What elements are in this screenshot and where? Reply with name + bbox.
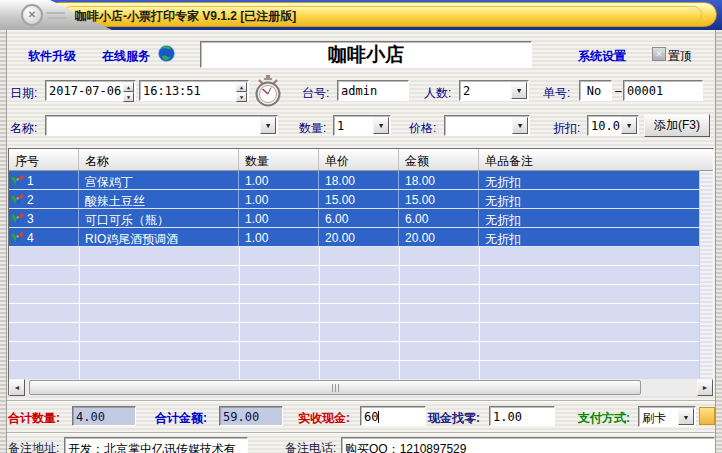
scroll-left-button[interactable]: ◄: [9, 379, 25, 396]
arrow-right-icon: ►: [702, 384, 709, 391]
system-settings-link[interactable]: 系统设置: [578, 48, 626, 65]
spin-down-icon[interactable]: ▼: [123, 92, 134, 102]
date-spinner[interactable]: ▲ ▼: [123, 82, 134, 99]
people-select[interactable]: 2 ▼: [459, 80, 529, 101]
scroll-thumb[interactable]: [29, 380, 641, 395]
chevron-down-icon[interactable]: ▼: [678, 408, 694, 425]
cell-note: 无折扣: [479, 209, 701, 227]
item-name-select[interactable]: ▼: [45, 115, 278, 136]
header-cell-no[interactable]: 序号: [9, 149, 79, 170]
qty-select[interactable]: 1 ▼: [333, 115, 391, 136]
row-check-icon: [11, 213, 24, 225]
order-no-prefix: No: [579, 80, 612, 101]
titlebar-decor-line: [48, 17, 67, 19]
people-label: 人数:: [424, 85, 451, 102]
globe-icon[interactable]: [158, 45, 175, 66]
change-label: 现金找零:: [428, 410, 480, 427]
spin-down-icon[interactable]: ▼: [236, 92, 247, 102]
thumb-grip-icon: [335, 384, 336, 392]
pin-checkbox-icon[interactable]: ✕: [652, 47, 666, 61]
cell-name: RIO鸡尾酒预调酒: [79, 228, 239, 246]
phone-label: 备注电话:: [285, 440, 336, 453]
item-row[interactable]: 1 宫保鸡丁 1.00 18.00 18.00 无折扣: [9, 171, 701, 190]
change-input[interactable]: 1.00: [489, 406, 555, 426]
cell-note: 无折扣: [479, 228, 701, 246]
row-check-icon: [11, 194, 24, 206]
horizontal-scrollbar[interactable]: ◄ ►: [9, 379, 713, 396]
cell-name: 宫保鸡丁: [79, 171, 239, 189]
add-button[interactable]: 添加(F3): [644, 114, 710, 137]
cell-qty: 1.00: [239, 190, 319, 208]
qty-value: 1: [337, 119, 344, 133]
cell-amount: 18.00: [399, 171, 479, 189]
spin-up-icon[interactable]: ▲: [123, 82, 134, 92]
close-button[interactable]: ✕: [21, 4, 43, 26]
table-no-label: 台号:: [302, 85, 329, 102]
people-value: 2: [463, 84, 470, 98]
table-no-input[interactable]: admin: [337, 80, 409, 101]
cell-no: 2: [9, 190, 79, 208]
spin-up-icon[interactable]: ▲: [236, 82, 247, 92]
close-icon: ✕: [28, 9, 36, 20]
arrow-left-icon: ◄: [14, 384, 21, 391]
scroll-right-button[interactable]: ►: [697, 379, 713, 396]
item-row[interactable]: 2 酸辣土豆丝 1.00 15.00 15.00 无折扣: [9, 190, 701, 209]
payment-label: 支付方式:: [578, 410, 630, 427]
online-service-link[interactable]: 在线服务: [102, 48, 150, 65]
price-select[interactable]: ▼: [444, 115, 530, 136]
cell-name: 可口可乐（瓶）: [79, 209, 239, 227]
date-input[interactable]: 2017-07-06 ▲ ▼: [45, 80, 136, 101]
header-cell-note[interactable]: 单品备注: [479, 149, 713, 170]
header-cell-price[interactable]: 单价: [319, 149, 399, 170]
divider: [7, 400, 715, 402]
header-cell-amount[interactable]: 金额: [399, 149, 479, 170]
chevron-down-icon[interactable]: ▼: [512, 117, 528, 134]
row-check-icon: [11, 175, 24, 187]
chevron-down-icon[interactable]: ▼: [621, 117, 637, 134]
divider: [7, 432, 715, 434]
cash-value: 60: [364, 410, 378, 424]
item-row[interactable]: 3 可口可乐（瓶） 1.00 6.00 6.00 无折扣: [9, 209, 701, 228]
cell-price: 18.00: [319, 171, 399, 189]
chevron-down-icon[interactable]: ▼: [511, 82, 527, 99]
cash-received-input[interactable]: 60: [360, 406, 426, 426]
total-amount-label: 合计金额:: [155, 410, 207, 427]
title-bar: ✕ 咖啡小店-小票打印专家 V9.1.2 [已注册版]: [0, 0, 722, 30]
items-table: 序号 名称 数量 单价 金额 单品备注 1 宫保鸡丁 1.00 18.00 18…: [8, 148, 714, 396]
cell-price: 15.00: [319, 190, 399, 208]
item-row[interactable]: 4 RIO鸡尾酒预调酒 1.00 20.00 20.00 无折扣: [9, 228, 701, 247]
payment-select[interactable]: 刷卡 ▼: [638, 406, 696, 427]
table-header-row: 序号 名称 数量 单价 金额 单品备注: [9, 149, 713, 171]
chevron-down-icon[interactable]: ▼: [260, 117, 276, 134]
titlebar-decor-line: [46, 12, 65, 14]
cell-no: 4: [9, 228, 79, 246]
software-upgrade-link[interactable]: 软件升级: [28, 48, 76, 65]
cell-qty: 1.00: [239, 228, 319, 246]
address-input[interactable]: 开发：北京掌中亿讯传媒技术有限公司: [64, 437, 248, 453]
order-no-input[interactable]: 00001: [623, 80, 703, 101]
chevron-down-icon[interactable]: ▼: [373, 117, 389, 134]
order-no-label: 单号:: [543, 85, 570, 102]
misc-yellow-button[interactable]: [699, 407, 715, 425]
cell-qty: 1.00: [239, 209, 319, 227]
time-input[interactable]: 16:13:51 ▲ ▼: [139, 80, 249, 101]
header-cell-name[interactable]: 名称: [79, 149, 239, 170]
discount-select[interactable]: 10.0 ▼: [587, 115, 639, 136]
cell-price: 20.00: [319, 228, 399, 246]
cell-amount: 6.00: [399, 209, 479, 227]
shop-name-input[interactable]: 咖啡小店: [200, 41, 532, 68]
phone-input[interactable]: 购买QQ：1210897529: [341, 437, 715, 453]
stopwatch-icon[interactable]: [253, 75, 283, 111]
cell-amount: 15.00: [399, 190, 479, 208]
time-spinner[interactable]: ▲ ▼: [236, 82, 247, 99]
cell-note: 无折扣: [479, 171, 701, 189]
qty-label: 数量:: [299, 120, 326, 137]
time-value: 16:13:51: [143, 84, 201, 98]
header-cell-qty[interactable]: 数量: [239, 149, 319, 170]
text-caret: [378, 411, 379, 423]
price-label: 价格:: [409, 120, 436, 137]
order-no-dash: –: [615, 84, 622, 98]
discount-label: 折扣:: [553, 120, 580, 137]
vertical-scrollbar-track[interactable]: [699, 171, 713, 379]
pin-label[interactable]: 置顶: [668, 48, 692, 65]
